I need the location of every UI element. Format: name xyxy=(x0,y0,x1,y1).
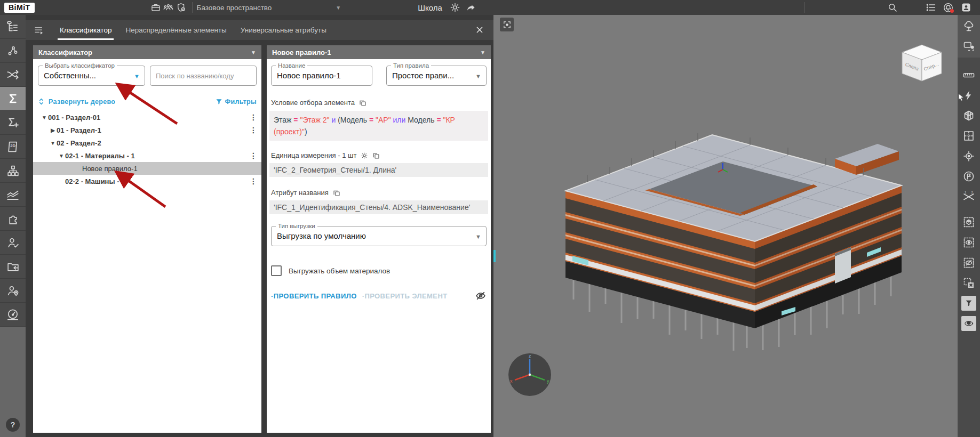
viewport-3d[interactable]: Слева Спер... z x y xyxy=(493,15,958,437)
share-icon[interactable] xyxy=(465,1,477,14)
tab-classifier[interactable]: Классификатор xyxy=(60,20,111,40)
chevron-down-icon: ▼ xyxy=(475,233,481,240)
sidebar-hierarchy-icon[interactable] xyxy=(0,159,26,183)
node-menu-icon[interactable]: ⋮ xyxy=(250,113,257,122)
topbar: BiMiT Базовое пространство ▼ Школа xyxy=(0,0,980,15)
sidebar-plugin-icon[interactable] xyxy=(0,207,26,231)
tab-universal-attributes[interactable]: Универсальные атрибуты xyxy=(241,20,326,40)
tree-node[interactable]: 02-2 - Машины - 1 ⋮ xyxy=(33,175,261,188)
rule-type-select[interactable]: Тип правила Простое прави... ▼ xyxy=(386,66,487,86)
shield-check-icon[interactable] xyxy=(175,1,188,14)
classifier-panel-body: Выбрать классификатор Собственны... ▼ Ра… xyxy=(33,59,261,433)
eye-off-icon[interactable] xyxy=(475,290,487,302)
sidebar-classifier-sigma-icon[interactable] xyxy=(0,87,26,111)
tree-node-selected[interactable]: Новое правило-1 xyxy=(33,162,261,175)
orbit-mode-button[interactable] xyxy=(958,313,980,334)
team-icon[interactable] xyxy=(162,1,175,14)
sidebar-relations-icon[interactable] xyxy=(0,39,26,63)
filter-funnel-icon xyxy=(961,296,976,311)
tree-node-label: 01 - Раздел-1 xyxy=(57,126,101,134)
sidebar-user-location-icon[interactable] xyxy=(0,279,26,303)
sidebar-icon-stack: 2D xyxy=(0,15,26,327)
rule-panel-title: Новое правило-1 xyxy=(272,48,331,56)
sidebar-structure-icon[interactable] xyxy=(0,15,26,39)
copy-icon[interactable] xyxy=(359,99,366,107)
classifier-select[interactable]: Выбрать классификатор Собственны... ▼ xyxy=(38,66,145,86)
tab-unallocated-elements[interactable]: Нераспределённые элементы xyxy=(125,20,226,40)
classifier-panel-header[interactable]: Классификатор ▼ xyxy=(33,45,261,59)
condition-token: и xyxy=(331,116,338,124)
select-similar-icon[interactable] xyxy=(958,36,980,56)
chevron-down-icon: ▼ xyxy=(480,50,485,55)
navigation-gizmo[interactable]: z x y xyxy=(507,352,552,397)
workspace-selector[interactable]: Базовое пространство ▼ xyxy=(197,4,341,12)
environment-tree-icon[interactable] xyxy=(958,16,980,36)
sidebar-dashboard-icon[interactable] xyxy=(0,303,26,327)
rule-name-field[interactable]: Название Новое правило-1 xyxy=(271,66,372,86)
focus-mode-button[interactable] xyxy=(500,18,514,31)
collapse-arrow-icon[interactable]: ▶ xyxy=(49,127,57,133)
chevron-down-icon: ▼ xyxy=(336,5,341,11)
tree-node[interactable]: ▶ 01 - Раздел-1 ⋮ xyxy=(33,124,261,136)
close-icon[interactable] xyxy=(473,23,486,36)
name-attribute-value[interactable]: 'IFC_1_Идентификация_Стены/4. ADSK_Наиме… xyxy=(269,200,488,214)
sidebar-analytics-icon[interactable] xyxy=(0,183,26,207)
expand-arrow-icon[interactable]: ▼ xyxy=(58,153,65,159)
copy-icon[interactable] xyxy=(372,152,380,159)
search-input[interactable] xyxy=(150,66,256,85)
view-cube[interactable]: Слева Спер... xyxy=(898,42,946,84)
sidebar-shuffle-icon[interactable] xyxy=(0,63,26,87)
unfold-icon xyxy=(38,98,45,106)
filter-elements-button[interactable] xyxy=(958,293,980,313)
copy-icon[interactable] xyxy=(333,189,340,197)
tree-node-label: 001 - Раздел-01 xyxy=(48,114,100,122)
help-button[interactable]: ? xyxy=(6,418,20,432)
sidebar-folder-import-icon[interactable] xyxy=(0,255,26,279)
measure-ruler-icon[interactable] xyxy=(958,65,980,85)
node-menu-icon[interactable]: ⋮ xyxy=(250,126,257,134)
panel-menu-icon[interactable] xyxy=(32,23,46,37)
briefcase-icon[interactable] xyxy=(149,1,162,14)
roof-penthouse xyxy=(835,144,899,175)
locate-target-icon[interactable] xyxy=(958,146,980,166)
check-element-button[interactable]: ·ПРОВЕРИТЬ ЭЛЕМЕНТ xyxy=(362,292,448,300)
node-menu-icon[interactable]: ⋮ xyxy=(250,151,257,160)
export-volume-checkbox[interactable] xyxy=(271,265,282,276)
sidebar-sigma-plus-icon[interactable] xyxy=(0,111,26,135)
expand-tree-button[interactable]: Развернуть дерево xyxy=(38,98,115,106)
expand-arrow-icon[interactable]: ▼ xyxy=(41,115,48,120)
hide-selection-eye-off-icon[interactable] xyxy=(958,253,980,273)
rule-panel-header[interactable]: Новое правило-1 ▼ xyxy=(267,45,491,59)
app-logo[interactable]: BiMiT xyxy=(4,3,35,13)
unit-settings-gear-icon[interactable] xyxy=(361,152,368,159)
isolate-selection-icon[interactable] xyxy=(958,212,980,232)
flag-marker-icon[interactable] xyxy=(958,166,980,187)
sidebar-2d-sheet-icon[interactable]: 2D xyxy=(0,135,26,159)
expand-arrow-icon[interactable]: ▼ xyxy=(49,140,57,146)
show-selection-eye-icon[interactable] xyxy=(958,232,980,253)
clear-selection-icon[interactable] xyxy=(958,273,980,293)
sidebar-user-check-icon[interactable] xyxy=(0,231,26,255)
section-cube-icon[interactable] xyxy=(958,106,980,126)
grid-axes-icon[interactable]: 12 xyxy=(958,187,980,207)
node-menu-icon[interactable]: ⋮ xyxy=(250,177,257,185)
building-model[interactable] xyxy=(493,15,958,437)
project-title: Школа xyxy=(418,3,442,12)
unit-value[interactable]: 'IFC_2_Геометрия_Стены/1. Длина' xyxy=(269,163,488,177)
settings-gear-icon[interactable] xyxy=(449,1,461,14)
task-list-icon[interactable] xyxy=(925,1,937,14)
rule-name-value: Новое правило-1 xyxy=(272,66,372,85)
tree-node[interactable]: ▼ 02 - Раздел-2 xyxy=(33,136,261,149)
tree-node-label: Новое правило-1 xyxy=(82,165,138,173)
export-type-select[interactable]: Тип выгрузки Выгрузка по умолчанию ▼ xyxy=(271,226,487,246)
tree-node[interactable]: ▼ 02-1 - Материалы - 1 ⋮ xyxy=(33,149,261,162)
tree-node[interactable]: ▼ 001 - Раздел-01 ⋮ xyxy=(33,111,261,124)
floorplan-icon[interactable] xyxy=(958,126,980,146)
notifications-bell-icon[interactable] xyxy=(942,1,954,14)
search-icon[interactable] xyxy=(886,1,899,14)
profile-icon[interactable] xyxy=(960,1,973,14)
check-rule-button[interactable]: ·ПРОВЕРИТЬ ПРАВИЛО xyxy=(271,292,357,300)
filters-button[interactable]: Фильтры xyxy=(216,98,257,106)
condition-expression[interactable]: Этаж = "Этаж 2" и (Модель = "АР" или Мод… xyxy=(269,111,488,141)
viewport-scroll-indicator[interactable] xyxy=(493,250,496,262)
